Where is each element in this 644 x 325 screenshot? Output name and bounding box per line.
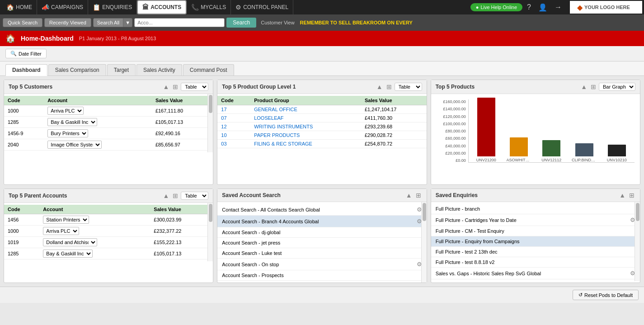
list-item[interactable]: Full Picture - branch [431,204,640,214]
chart-bar-group: CLIP.BINDER.SMALL [570,143,598,162]
chart-bar-label: UNV12112 [541,158,561,162]
recently-viewed-button[interactable]: Recently Viewed [44,18,91,27]
parent-account-select[interactable]: Arriva PLC [43,227,79,235]
bottom-bar: ↺ Reset Pods to Default [0,287,644,303]
customer-account-select[interactable]: Bury Printers [47,129,88,137]
product-group-name[interactable]: GENERAL OFFICE [250,105,361,114]
customer-account-select[interactable]: Bay & Gaskill Inc [47,118,97,126]
saved-enquiry-item-label: Full Picture - branch [436,206,480,212]
customer-account-select[interactable]: Image Office Systems [47,141,102,149]
list-item[interactable]: Full Picture - Enquiry from Campaigns [431,236,640,247]
parent-accounts-scrollbar[interactable] [207,203,213,261]
tab-sales-comparison[interactable]: Sales Comparison [48,64,106,75]
nav-campaigns[interactable]: 📣 CAMPAIGNS [37,0,88,14]
product-group-up-icon[interactable]: ▲ [376,83,384,90]
chart-bar [575,143,593,156]
saved-enquiries-header: Saved Enquiries ▲ ⊞ [431,189,640,202]
user-button[interactable]: 👤 [536,3,550,12]
list-item[interactable]: Account Search - dj-global [217,227,426,238]
tab-command-post[interactable]: Command Post [183,64,234,75]
saved-account-expand-icon[interactable]: ⊞ [415,192,422,199]
saved-account-up-icon[interactable]: ▲ [405,192,413,199]
list-item[interactable]: Account Search - Branch 4 Accounts Globa… [217,216,426,227]
parent-accounts-up-icon[interactable]: ▲ [162,192,170,199]
products-up-icon[interactable]: ▲ [580,83,588,90]
customer-account-select[interactable]: Arriva PLC [47,107,84,115]
saved-account-list: Contact Search - All Contacts Search Glo… [217,204,426,281]
chart-bar-label: ASOWHITETOP [507,158,531,162]
search-button[interactable]: Search [226,18,256,28]
product-group-expand-icon[interactable]: ⊞ [385,83,393,90]
parent-account-select[interactable]: Bay & Gaskill Inc [43,250,93,258]
quick-search-button[interactable]: Quick Search [3,18,42,27]
list-item[interactable]: Full Picture - CM - Test Enquiry [431,226,640,236]
list-item[interactable]: Full Picture - test 8.8.18 v2 [431,257,640,268]
product-group-view-select[interactable]: Table Graph [395,83,422,91]
date-filter-button[interactable]: 🔍 Date Filter [5,49,47,58]
tab-target[interactable]: Target [107,64,136,75]
list-item[interactable]: Sales vs. Gaps - Historic Sales Rep SvG … [431,268,640,279]
product-code[interactable]: 03 [217,140,250,148]
search-all-button[interactable]: Search All [93,18,124,27]
live-help-button[interactable]: ● Live Help Online [470,3,522,11]
reset-pods-button[interactable]: ↺ Reset Pods to Default [573,290,639,300]
saved-account-item-label: Account Search - Branch 4 Accounts Globa… [222,219,319,224]
tab-dashboard[interactable]: Dashboard [5,64,47,76]
top-nav: 🏠 HOME 📣 CAMPAIGNS 📋 ENQUIRIES 🏛 ACCOUNT… [0,0,644,14]
customers-table: Code Account Sales Value 1000 Arriva PLC… [4,96,213,151]
products-expand-icon[interactable]: ⊞ [590,83,597,90]
list-item[interactable]: Contact Search - All Contacts Search Glo… [217,204,426,216]
arrow-button[interactable]: → [552,3,564,11]
customers-scrollbar[interactable] [207,94,213,152]
parent-accounts-expand-icon[interactable]: ⊞ [172,192,179,199]
nav-control-panel[interactable]: ⚙ CONTROL PANEL [231,0,293,14]
saved-enquiries-scrollbar[interactable] [635,202,640,281]
customer-value: £85,656.97 [152,139,213,151]
list-item[interactable]: Account Search - jet press [217,238,426,248]
product-group-name[interactable]: PAPER PRODUCTS [250,131,361,140]
products-view-select[interactable]: Bar Graph Table [599,83,635,91]
saved-enquiries-up-icon[interactable]: ▲ [618,192,626,199]
top5-customers-title: Top 5 Customers [9,84,52,90]
top5-product-group-panel: Top 5 Product Group Level 1 ▲ ⊞ Table Gr… [217,80,427,185]
table-row: 07 LOOSELEAF £411,760.30 [217,114,426,122]
product-code[interactable]: 17 [217,105,250,114]
list-item[interactable]: Full Picture - test 2 13th dec [431,247,640,257]
product-code[interactable]: 12 [217,122,250,131]
parent-account-select[interactable]: Dolland and Atchison [43,238,97,246]
product-group-name[interactable]: WRITING INSTRUMENTS [250,122,361,131]
live-help-dot: ● [476,5,479,10]
customers-up-icon[interactable]: ▲ [162,83,170,90]
chart-bar-group: UNV21200 [472,98,500,162]
saved-enquiries-expand-icon[interactable]: ⊞ [628,192,635,199]
nav-accounts[interactable]: 🏛 ACCOUNTS [137,0,187,14]
parent-accounts-table: Code Account Sales Value 1456 Station Pr… [4,205,213,259]
nav-home[interactable]: 🏠 HOME [2,0,37,14]
product-code[interactable]: 10 [217,131,250,140]
customers-view-select[interactable]: Table Graph [181,83,208,91]
list-item[interactable]: Full Picture - Cartridges Year to Date ⚙ [431,214,640,226]
list-item[interactable]: Account Search - Luke test [217,248,426,259]
top5-product-group-body: Code Product Group Sales Value 17 GENERA… [217,94,426,150]
list-item[interactable]: Account Search - Prospects [217,270,426,281]
tab-sales-activity[interactable]: Sales Activity [136,64,182,75]
parent-account-code: 1456 [4,214,39,226]
help-button[interactable]: ? [524,3,534,11]
product-group-name[interactable]: LOOSELEAF [250,114,361,122]
search-all-caret[interactable]: ▼ [123,18,132,27]
parent-account-value: £232,377.22 [150,226,213,237]
product-group-name[interactable]: FILING & REC STORAGE [250,140,361,148]
list-item[interactable]: Account Search - On stop ⚙ [217,259,426,270]
product-group-col-code: Code [217,96,250,105]
nav-mycalls[interactable]: 📞 MYCALLS [187,0,231,14]
product-code[interactable]: 07 [217,114,250,122]
parent-accounts-view-select[interactable]: Table Graph [181,192,208,200]
top5-product-group-controls: ▲ ⊞ Table Graph [376,83,422,91]
saved-account-item-label: Account Search - dj-global [222,230,280,235]
saved-account-scroll-thumb [423,203,426,221]
nav-enquiries[interactable]: 📋 ENQUIRIES [88,0,137,14]
search-input[interactable] [134,18,225,27]
customers-expand-icon[interactable]: ⊞ [172,83,179,90]
saved-account-scrollbar[interactable] [421,202,427,283]
parent-account-select[interactable]: Station Printers [43,216,89,224]
